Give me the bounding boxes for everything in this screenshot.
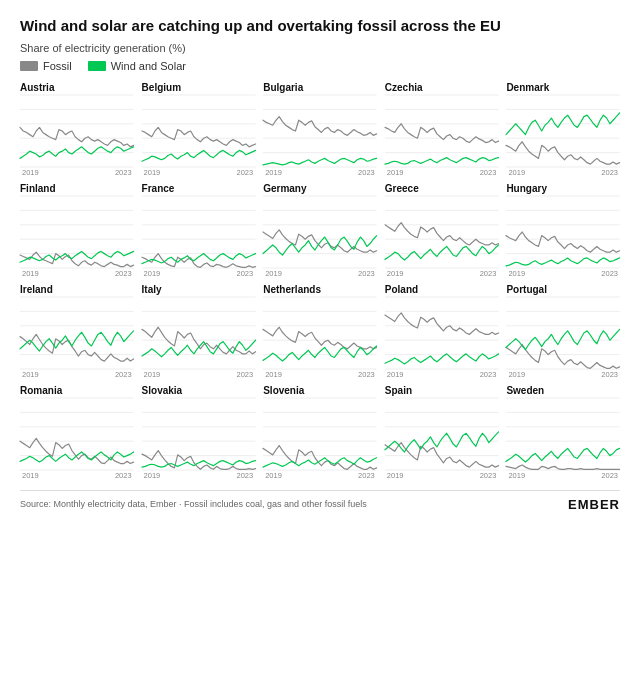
x-axis-labels: 20192023	[385, 269, 499, 278]
chart-romania: Romania20192023	[20, 385, 134, 480]
chart-svg	[20, 297, 134, 369]
x-axis-labels: 20192023	[385, 471, 499, 480]
chart-title-netherlands: Netherlands	[263, 284, 377, 295]
chart-area	[20, 196, 134, 268]
chart-area	[20, 398, 134, 470]
fossil-label: Fossil	[43, 60, 72, 72]
chart-greece: Greece20192023	[385, 183, 499, 278]
x-axis-labels: 20192023	[506, 471, 620, 480]
wind-solar-label: Wind and Solar	[111, 60, 186, 72]
chart-area	[20, 95, 134, 167]
chart-svg	[385, 196, 499, 268]
x-axis-labels: 20192023	[142, 269, 256, 278]
chart-title-belgium: Belgium	[142, 82, 256, 93]
chart-slovenia: Slovenia20192023	[263, 385, 377, 480]
chart-svg	[142, 398, 256, 470]
chart-title-poland: Poland	[385, 284, 499, 295]
chart-area	[506, 297, 620, 369]
chart-title-greece: Greece	[385, 183, 499, 194]
x-axis-labels: 20192023	[506, 168, 620, 177]
chart-title-germany: Germany	[263, 183, 377, 194]
x-axis-labels: 20192023	[20, 471, 134, 480]
x-axis-labels: 20192023	[142, 471, 256, 480]
chart-svg	[385, 297, 499, 369]
subtitle: Share of electricity generation (%)	[20, 42, 620, 54]
chart-svg	[385, 95, 499, 167]
x-axis-labels: 20192023	[20, 168, 134, 177]
chart-area	[263, 297, 377, 369]
chart-svg	[263, 95, 377, 167]
chart-title-slovenia: Slovenia	[263, 385, 377, 396]
footer-source: Source: Monthly electricity data, Ember …	[20, 499, 367, 509]
chart-title-portugal: Portugal	[506, 284, 620, 295]
chart-title-france: France	[142, 183, 256, 194]
chart-poland: Poland20192023	[385, 284, 499, 379]
chart-svg	[20, 196, 134, 268]
chart-denmark: Denmark20192023	[506, 82, 620, 177]
chart-title-romania: Romania	[20, 385, 134, 396]
x-axis-labels: 20192023	[263, 168, 377, 177]
chart-svg	[20, 95, 134, 167]
chart-area	[142, 297, 256, 369]
chart-france: France20192023	[142, 183, 256, 278]
chart-svg	[142, 196, 256, 268]
x-axis-labels: 20192023	[263, 370, 377, 379]
chart-netherlands: Netherlands20192023	[263, 284, 377, 379]
chart-area	[385, 297, 499, 369]
chart-svg	[506, 398, 620, 470]
chart-czechia: Czechia20192023	[385, 82, 499, 177]
x-axis-labels: 20192023	[20, 370, 134, 379]
charts-grid: Austria20192023Belgium20192023Bulgaria20…	[20, 82, 620, 480]
chart-germany: Germany20192023	[263, 183, 377, 278]
x-axis-labels: 20192023	[385, 370, 499, 379]
chart-svg	[506, 95, 620, 167]
x-axis-labels: 20192023	[506, 370, 620, 379]
chart-area	[142, 398, 256, 470]
chart-title-sweden: Sweden	[506, 385, 620, 396]
chart-austria: Austria20192023	[20, 82, 134, 177]
chart-area	[263, 196, 377, 268]
legend-wind-solar: Wind and Solar	[88, 60, 186, 72]
chart-svg	[263, 196, 377, 268]
chart-belgium: Belgium20192023	[142, 82, 256, 177]
chart-title-ireland: Ireland	[20, 284, 134, 295]
chart-title-italy: Italy	[142, 284, 256, 295]
page-title: Wind and solar are catching up and overt…	[20, 16, 620, 36]
chart-svg	[506, 297, 620, 369]
x-axis-labels: 20192023	[263, 471, 377, 480]
chart-svg	[263, 297, 377, 369]
chart-title-czechia: Czechia	[385, 82, 499, 93]
chart-sweden: Sweden20192023	[506, 385, 620, 480]
chart-area	[506, 95, 620, 167]
chart-area	[506, 196, 620, 268]
chart-area	[263, 398, 377, 470]
chart-ireland: Ireland20192023	[20, 284, 134, 379]
legend-fossil: Fossil	[20, 60, 72, 72]
chart-area	[263, 95, 377, 167]
chart-title-slovakia: Slovakia	[142, 385, 256, 396]
chart-title-hungary: Hungary	[506, 183, 620, 194]
chart-area	[506, 398, 620, 470]
wind-solar-color-swatch	[88, 61, 106, 71]
chart-area	[385, 398, 499, 470]
chart-title-finland: Finland	[20, 183, 134, 194]
chart-area	[20, 297, 134, 369]
chart-svg	[20, 398, 134, 470]
footer: Source: Monthly electricity data, Ember …	[20, 490, 620, 512]
chart-area	[142, 196, 256, 268]
chart-spain: Spain20192023	[385, 385, 499, 480]
fossil-color-swatch	[20, 61, 38, 71]
chart-svg	[506, 196, 620, 268]
legend: Fossil Wind and Solar	[20, 60, 620, 72]
chart-title-bulgaria: Bulgaria	[263, 82, 377, 93]
ember-logo: EMBER	[568, 497, 620, 512]
chart-hungary: Hungary20192023	[506, 183, 620, 278]
x-axis-labels: 20192023	[20, 269, 134, 278]
chart-title-austria: Austria	[20, 82, 134, 93]
chart-portugal: Portugal20192023	[506, 284, 620, 379]
chart-svg	[263, 398, 377, 470]
chart-area	[385, 196, 499, 268]
x-axis-labels: 20192023	[142, 168, 256, 177]
chart-slovakia: Slovakia20192023	[142, 385, 256, 480]
chart-bulgaria: Bulgaria20192023	[263, 82, 377, 177]
